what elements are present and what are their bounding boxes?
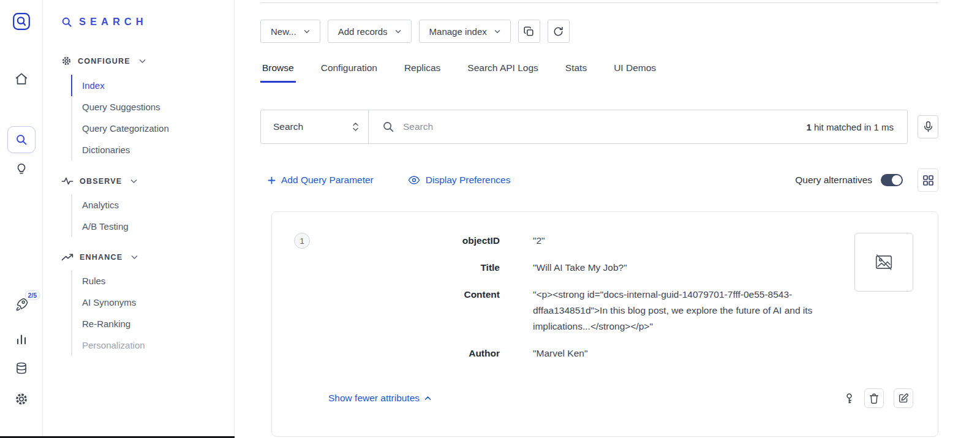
hits-count: 1 [806, 122, 811, 132]
lightbulb-icon[interactable] [15, 162, 28, 175]
attribute-name: Title [321, 260, 500, 276]
tab-search-api-logs[interactable]: Search API Logs [466, 62, 540, 83]
query-alternatives-toggle[interactable] [881, 174, 903, 186]
algolia-logo[interactable] [12, 12, 31, 31]
add-records-button[interactable]: Add records [328, 20, 412, 43]
sidebar-item-ab-testing[interactable]: A/B Testing [71, 216, 234, 237]
new-button-label: New... [271, 26, 296, 37]
edit-pencil-icon [898, 393, 909, 404]
chevron-down-icon [494, 29, 500, 34]
activity-icon [61, 176, 74, 186]
view-mode-button[interactable] [918, 168, 938, 192]
sidebar-item-rules[interactable]: Rules [71, 270, 234, 292]
section-enhance[interactable]: ENHANCE [61, 253, 234, 262]
refresh-icon [552, 26, 564, 37]
search-row: Search 1 hit matched in 1 ms [260, 110, 938, 144]
hit-attributes: objectID "2" Title "Will AI Take My Job?… [321, 233, 843, 372]
copy-button[interactable] [518, 20, 540, 43]
attribute-name: objectID [321, 233, 500, 249]
hit-card: 1 objectID "2" Title "Will AI Take My Jo… [271, 211, 938, 437]
tab-configuration[interactable]: Configuration [319, 62, 379, 83]
observe-items: Analytics A/B Testing [71, 194, 234, 237]
hit-footer: Show fewer attributes [294, 388, 913, 408]
hits-text: hit matched in 1 ms [812, 122, 894, 132]
image-placeholder [854, 233, 913, 292]
sidebar-item-dictionaries[interactable]: Dictionaries [71, 139, 234, 160]
section-label: OBSERVE [80, 177, 122, 186]
display-preferences-link[interactable]: Display Preferences [408, 175, 511, 186]
attribute-value: "2" [533, 233, 843, 249]
manage-index-button[interactable]: Manage index [419, 20, 511, 43]
top-divider [260, 2, 938, 3]
search-input[interactable] [403, 121, 806, 132]
chevron-up-icon [424, 396, 431, 401]
attribute-row: objectID "2" [321, 233, 843, 249]
add-query-parameter-link[interactable]: Add Query Parameter [268, 175, 374, 186]
display-preferences-label: Display Preferences [426, 175, 511, 186]
chevron-down-icon [304, 29, 310, 34]
grid-icon [922, 175, 934, 186]
sidebar-item-query-categorization[interactable]: Query Categorization [71, 118, 234, 139]
delete-record-button[interactable] [864, 388, 884, 408]
chevron-down-icon [139, 59, 146, 64]
query-alternatives-label: Query alternatives [795, 175, 872, 186]
database-icon[interactable] [15, 361, 28, 375]
configure-items: Index Query Suggestions Query Categoriza… [71, 75, 234, 160]
product-brand[interactable]: SEARCH [61, 16, 234, 28]
search-brand-icon [61, 17, 72, 28]
sidebar-item-query-suggestions[interactable]: Query Suggestions [71, 96, 234, 118]
sidebar-item-personalization[interactable]: Personalization [71, 334, 234, 356]
index-tabs: Browse Configuration Replicas Search API… [260, 62, 938, 83]
brand-label: SEARCH [79, 16, 148, 28]
hit-actions [844, 388, 913, 408]
voice-search-button[interactable] [918, 115, 938, 138]
tab-ui-demos[interactable]: UI Demos [612, 62, 658, 83]
chevron-down-icon [131, 255, 138, 260]
sidebar: SEARCH CONFIGURE Index Query Suggestions… [43, 0, 235, 438]
trash-icon [869, 393, 880, 404]
key-icon [844, 393, 854, 404]
gear-icon[interactable] [14, 392, 28, 406]
attribute-row: Title "Will AI Take My Job?" [321, 260, 843, 276]
show-fewer-label: Show fewer attributes [328, 393, 420, 404]
search-mode-selector[interactable]: Search [261, 110, 369, 143]
attribute-name: Author [321, 345, 500, 361]
rocket-icon[interactable]: 2/5 [13, 296, 29, 312]
new-button[interactable]: New... [260, 20, 320, 43]
home-icon[interactable] [13, 71, 29, 86]
search-box: Search 1 hit matched in 1 ms [260, 110, 908, 144]
section-observe[interactable]: OBSERVE [61, 176, 234, 186]
chevron-down-icon [130, 179, 137, 184]
eye-icon [408, 175, 420, 185]
algolia-logo-icon [12, 12, 31, 31]
copy-icon [523, 26, 535, 37]
usage-badge: 2/5 [24, 290, 40, 300]
main-content: New... Add records Manage index [235, 0, 980, 438]
plus-icon [268, 176, 276, 184]
index-toolbar: New... Add records Manage index [260, 20, 938, 43]
sidebar-item-index[interactable]: Index [71, 75, 234, 96]
search-icon[interactable] [7, 126, 36, 153]
tab-replicas[interactable]: Replicas [402, 62, 442, 83]
chevron-down-icon [395, 29, 401, 34]
section-configure[interactable]: CONFIGURE [61, 56, 234, 66]
trending-up-icon [61, 253, 74, 262]
sidebar-item-analytics[interactable]: Analytics [71, 194, 234, 216]
add-query-parameter-label: Add Query Parameter [281, 175, 374, 186]
section-label: CONFIGURE [78, 57, 130, 66]
edit-record-button[interactable] [894, 388, 913, 408]
query-options-row: Add Query Parameter Display Preferences … [260, 168, 938, 192]
tab-stats[interactable]: Stats [564, 62, 589, 83]
tab-browse[interactable]: Browse [260, 62, 296, 83]
search-mode-label: Search [273, 121, 303, 132]
app-window: 2/5 SEARCH [0, 0, 980, 438]
add-records-label: Add records [338, 26, 388, 37]
sidebar-item-ai-synonyms[interactable]: AI Synonyms [71, 292, 234, 313]
bar-chart-icon[interactable] [15, 332, 28, 345]
toggle-knob [892, 175, 902, 185]
ranking-key-button[interactable] [844, 393, 854, 404]
show-fewer-attributes-link[interactable]: Show fewer attributes [328, 393, 431, 404]
search-magnifier-icon [382, 121, 394, 133]
refresh-button[interactable] [548, 20, 570, 43]
sidebar-item-re-ranking[interactable]: Re-Ranking [71, 313, 234, 334]
